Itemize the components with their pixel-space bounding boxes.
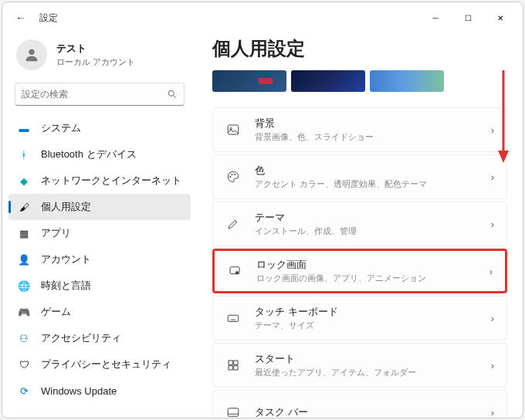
sidebar-item-network[interactable]: ◆ ネットワークとインターネット (8, 168, 191, 194)
setting-desc: テーマ、サイズ (255, 320, 491, 331)
setting-title: タスク バー (255, 405, 491, 418)
user-block[interactable]: テスト ローカル アカウント (8, 33, 191, 83)
svg-rect-3 (228, 125, 239, 134)
setting-title: 色 (255, 164, 491, 178)
sidebar-item-accessibility[interactable]: ⚇ アクセシビリティ (8, 325, 191, 351)
sidebar-item-gaming[interactable]: 🎮 ゲーム (8, 299, 191, 325)
chevron-right-icon: › (491, 124, 494, 136)
sidebar-item-time[interactable]: 🌐 時刻と言語 (8, 273, 191, 299)
chevron-right-icon: › (491, 360, 494, 371)
main-panel: 個人用設定 背景 背景画像、色、スライドショー › (197, 33, 523, 418)
sidebar-item-label: プライバシーとセキュリティ (41, 357, 171, 371)
time-icon: 🌐 (18, 279, 30, 292)
setting-item-taskbar[interactable]: タスク バー › (212, 390, 507, 418)
sidebar: テスト ローカル アカウント ▬ システム ᚼ Bluetooth とデバイス (2, 33, 197, 418)
theme-preview-strip[interactable] (212, 70, 507, 92)
nav-list: ▬ システム ᚼ Bluetooth とデバイス ◆ ネットワークとインターネッ… (8, 115, 191, 404)
setting-desc: 背景画像、色、スライドショー (255, 131, 491, 143)
svg-point-5 (230, 176, 232, 178)
bluetooth-icon: ᚼ (18, 148, 30, 161)
search-input[interactable] (22, 89, 167, 100)
person-icon (23, 46, 40, 63)
setting-item-touchkeyboard[interactable]: タッチ キーボード テーマ、サイズ › (212, 296, 507, 340)
svg-point-0 (29, 49, 34, 55)
chevron-right-icon: › (491, 218, 494, 230)
account-icon: 👤 (18, 253, 30, 266)
chevron-right-icon: › (491, 407, 494, 418)
sidebar-item-account[interactable]: 👤 アカウント (8, 246, 191, 273)
chevron-right-icon: › (491, 171, 494, 183)
theme-thumb[interactable] (212, 70, 286, 92)
settings-window: ← 設定 ─ ☐ ✕ テスト ローカル アカウント (2, 2, 523, 418)
setting-title: テーマ (255, 211, 491, 225)
titlebar: ← 設定 ─ ☐ ✕ (2, 2, 523, 33)
svg-point-1 (168, 90, 174, 96)
brush-icon (225, 216, 241, 232)
sidebar-item-personalization[interactable]: 🖌 個人用設定 (8, 194, 191, 220)
sidebar-item-label: 個人用設定 (41, 200, 91, 214)
setting-item-start[interactable]: スタート 最近使ったアプリ、アイテム、フォルダー › (212, 343, 507, 388)
sidebar-item-privacy[interactable]: 🛡 プライバシーとセキュリティ (8, 351, 191, 378)
sidebar-item-apps[interactable]: ▦ アプリ (8, 220, 191, 246)
maximize-button[interactable]: ☐ (452, 5, 484, 30)
back-button[interactable]: ← (8, 5, 33, 30)
settings-list: 背景 背景画像、色、スライドショー › 色 アクセント カラー、透明度効果、配色… (212, 107, 507, 418)
svg-rect-19 (228, 408, 239, 417)
avatar (16, 39, 47, 70)
system-icon: ▬ (18, 122, 30, 134)
setting-item-colors[interactable]: 色 アクセント カラー、透明度効果、配色テーマ › (212, 154, 507, 199)
image-icon (225, 122, 241, 137)
content-area: テスト ローカル アカウント ▬ システム ᚼ Bluetooth とデバイス (2, 33, 523, 418)
sidebar-item-label: Windows Update (41, 385, 117, 397)
sidebar-item-label: 時刻と言語 (41, 279, 91, 293)
sidebar-item-label: アプリ (41, 226, 71, 240)
svg-point-6 (232, 174, 233, 175)
setting-item-lockscreen[interactable]: ロック画面 ロック画面の画像、アプリ、アニメーション › (212, 249, 507, 293)
setting-desc: ロック画面の画像、アプリ、アニメーション (256, 273, 489, 284)
svg-point-4 (230, 127, 232, 129)
taskbar-icon (225, 405, 241, 418)
user-text: テスト ローカル アカウント (56, 42, 135, 68)
sidebar-item-bluetooth[interactable]: ᚼ Bluetooth とデバイス (8, 141, 191, 168)
user-subtitle: ローカル アカウント (56, 56, 135, 68)
svg-point-7 (235, 174, 236, 175)
personalization-icon: 🖌 (18, 201, 30, 213)
setting-title: 背景 (255, 117, 491, 130)
setting-item-background[interactable]: 背景 背景画像、色、スライドショー › (212, 107, 507, 152)
privacy-icon: 🛡 (18, 358, 30, 371)
lock-icon (227, 263, 242, 279)
network-icon: ◆ (18, 174, 30, 187)
svg-rect-16 (234, 361, 238, 364)
window-title: 設定 (39, 12, 58, 25)
update-icon: ⟳ (18, 384, 30, 397)
start-icon (225, 357, 241, 373)
search-box[interactable] (15, 83, 185, 106)
sidebar-item-system[interactable]: ▬ システム (8, 115, 191, 141)
user-name: テスト (56, 42, 135, 56)
setting-title: ロック画面 (256, 258, 489, 272)
theme-thumb[interactable] (291, 70, 365, 92)
sidebar-item-label: ネットワークとインターネット (41, 174, 181, 188)
chevron-right-icon: › (491, 313, 494, 324)
setting-desc: アクセント カラー、透明度効果、配色テーマ (255, 178, 491, 190)
setting-desc: 最近使ったアプリ、アイテム、フォルダー (255, 367, 491, 378)
accessibility-icon: ⚇ (18, 332, 30, 344)
svg-rect-15 (229, 361, 232, 364)
svg-line-2 (174, 96, 176, 98)
sidebar-item-label: ゲーム (41, 305, 71, 319)
window-controls: ─ ☐ ✕ (419, 5, 517, 30)
theme-thumb[interactable] (370, 70, 444, 92)
minimize-button[interactable]: ─ (419, 5, 452, 30)
sidebar-item-label: Bluetooth とデバイス (41, 147, 137, 161)
svg-rect-17 (229, 366, 232, 370)
setting-title: タッチ キーボード (255, 305, 491, 319)
keyboard-icon (225, 310, 241, 326)
setting-desc: インストール、作成、管理 (255, 225, 491, 237)
search-icon (167, 89, 178, 100)
close-button[interactable]: ✕ (484, 5, 517, 30)
svg-rect-18 (234, 366, 238, 370)
sidebar-item-update[interactable]: ⟳ Windows Update (8, 378, 191, 404)
palette-icon (225, 169, 241, 185)
setting-item-themes[interactable]: テーマ インストール、作成、管理 › (212, 202, 507, 246)
gaming-icon: 🎮 (18, 306, 30, 318)
